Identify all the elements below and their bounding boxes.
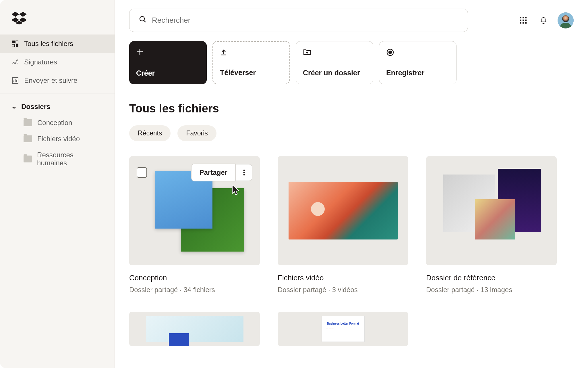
folder-label: Fichiers vidéo xyxy=(37,135,80,143)
svg-rect-1 xyxy=(16,41,18,43)
record-icon xyxy=(386,48,449,57)
folder-conception[interactable]: Conception xyxy=(0,115,115,131)
search-icon xyxy=(139,15,147,25)
action-label: Téléverser xyxy=(220,68,283,77)
card-thumbnail xyxy=(278,156,408,265)
more-options-button[interactable] xyxy=(236,164,252,181)
svg-rect-11 xyxy=(523,20,524,21)
nav-all-files[interactable]: Tous les fichiers xyxy=(0,34,115,53)
notifications-button[interactable] xyxy=(537,14,550,26)
upload-icon xyxy=(220,49,283,58)
action-label: Créer un dossier xyxy=(303,69,366,77)
folder-plus-icon xyxy=(303,48,366,57)
folder-label: Conception xyxy=(37,119,72,127)
nav-label: Signatures xyxy=(24,58,57,66)
svg-rect-13 xyxy=(520,22,521,24)
select-checkbox[interactable] xyxy=(137,167,147,178)
doc-heading: Business Letter Format xyxy=(326,322,360,325)
svg-rect-9 xyxy=(525,17,527,18)
apps-button[interactable] xyxy=(517,14,529,26)
svg-rect-7 xyxy=(520,17,521,18)
user-avatar[interactable] xyxy=(558,12,574,28)
svg-rect-3 xyxy=(16,44,18,47)
card-thumbnail xyxy=(129,312,260,346)
top-bar xyxy=(129,9,574,32)
nav-signatures[interactable]: Signatures xyxy=(0,53,115,71)
chart-icon xyxy=(11,77,19,84)
share-button[interactable]: Partager xyxy=(191,164,236,181)
thumbnail-graphic xyxy=(289,182,398,239)
thumbnail-graphic xyxy=(146,316,243,342)
card-meta: Dossier partagé · 13 images xyxy=(426,286,557,294)
card-meta: Dossier partagé · 3 vidéos xyxy=(278,286,408,294)
svg-point-22 xyxy=(243,174,245,176)
svg-rect-8 xyxy=(523,17,524,18)
card-thumbnail xyxy=(426,156,557,265)
card-conception[interactable]: Partager Conception Dossier partagé · 34… xyxy=(129,156,260,294)
create-button[interactable]: Créer xyxy=(129,41,207,84)
files-grid: Partager Conception Dossier partagé · 34… xyxy=(129,156,574,346)
action-label: Enregistrer xyxy=(386,69,449,77)
chip-recent[interactable]: Récents xyxy=(129,125,171,141)
folder-icon xyxy=(24,156,32,162)
card-meta: Dossier partagé · 34 fichiers xyxy=(129,286,260,294)
chevron-down-icon xyxy=(11,104,17,110)
nav-send-track[interactable]: Envoyer et suivre xyxy=(0,71,115,90)
plus-icon xyxy=(136,48,200,57)
svg-rect-14 xyxy=(523,22,524,24)
card-video-files[interactable]: Fichiers vidéo Dossier partagé · 3 vidéo… xyxy=(278,156,408,294)
main-content: Créer Téléverser Créer un dossier Enregi… xyxy=(115,0,588,368)
action-row: Créer Téléverser Créer un dossier Enregi… xyxy=(129,41,574,84)
divider xyxy=(0,93,115,93)
svg-rect-0 xyxy=(12,41,15,43)
more-vertical-icon xyxy=(243,169,245,176)
card-reference-folder[interactable]: Dossier de référence Dossier partagé · 1… xyxy=(426,156,557,294)
thumbnail-graphic xyxy=(426,156,557,265)
svg-point-4 xyxy=(17,60,18,61)
folders-toggle[interactable]: Dossiers xyxy=(0,99,115,115)
svg-rect-10 xyxy=(520,20,521,21)
primary-nav: Tous les fichiers Signatures Envoyer et … xyxy=(0,34,115,90)
grid-icon xyxy=(11,40,19,47)
folder-label: Ressources humaines xyxy=(37,151,103,167)
card-hover-controls: Partager xyxy=(137,164,252,181)
chip-favorites[interactable]: Favoris xyxy=(177,125,216,141)
svg-rect-15 xyxy=(525,22,527,24)
signature-icon xyxy=(11,58,19,66)
dropbox-logo[interactable] xyxy=(0,0,115,34)
svg-rect-2 xyxy=(12,44,15,47)
filter-chips: Récents Favoris xyxy=(129,125,574,141)
svg-point-17 xyxy=(562,15,569,22)
search-input[interactable] xyxy=(152,16,459,25)
folder-human-resources[interactable]: Ressources humaines xyxy=(0,147,115,171)
sidebar: Tous les fichiers Signatures Envoyer et … xyxy=(0,0,115,368)
nav-label: Tous les fichiers xyxy=(24,40,73,48)
folder-video-files[interactable]: Fichiers vidéo xyxy=(0,131,115,147)
bell-icon xyxy=(539,16,548,24)
card-thumbnail: Business Letter Format — — — xyxy=(278,312,408,346)
svg-point-20 xyxy=(243,170,245,171)
record-button[interactable]: Enregistrer xyxy=(379,41,457,84)
page-title: Tous les fichiers xyxy=(129,102,574,115)
upload-button[interactable]: Téléverser xyxy=(212,41,290,84)
top-icons xyxy=(517,12,574,28)
svg-rect-12 xyxy=(525,20,527,21)
create-folder-button[interactable]: Créer un dossier xyxy=(296,41,373,84)
svg-point-21 xyxy=(243,172,245,173)
svg-point-19 xyxy=(389,51,392,54)
folder-icon xyxy=(24,135,32,142)
document-preview: Business Letter Format — — — xyxy=(322,316,365,342)
action-label: Créer xyxy=(136,69,200,77)
card-title: Fichiers vidéo xyxy=(278,273,408,282)
card-row2-a[interactable] xyxy=(129,312,260,346)
folder-icon xyxy=(24,119,32,126)
apps-grid-icon xyxy=(519,16,527,24)
nav-label: Envoyer et suivre xyxy=(24,76,77,85)
folders-header-label: Dossiers xyxy=(21,103,50,111)
search-box[interactable] xyxy=(129,9,468,32)
card-row2-b[interactable]: Business Letter Format — — — xyxy=(278,312,408,346)
card-thumbnail: Partager xyxy=(129,156,260,265)
svg-point-6 xyxy=(140,16,144,21)
card-title: Conception xyxy=(129,273,260,282)
card-title: Dossier de référence xyxy=(426,273,557,282)
